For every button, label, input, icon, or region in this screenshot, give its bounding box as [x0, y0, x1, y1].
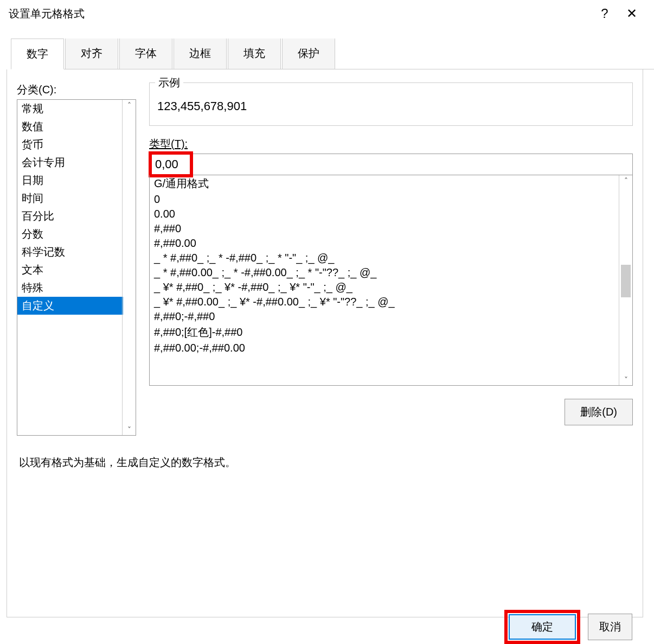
cancel-button[interactable]: 取消	[588, 614, 632, 640]
ok-highlight: 确定	[504, 610, 580, 644]
scroll-down-icon[interactable]: ˅	[624, 375, 628, 384]
tab-fill[interactable]: 填充	[228, 39, 281, 69]
format-item[interactable]: #,##0;[红色]-#,##0	[150, 324, 619, 341]
footer: 确定 取消	[504, 610, 632, 644]
format-listbox[interactable]: G/通用格式00.00#,##0#,##0.00_ * #,##0_ ;_ * …	[149, 175, 633, 386]
category-item[interactable]: 日期	[17, 171, 123, 189]
category-item[interactable]: 会计专用	[17, 154, 123, 171]
scroll-up-icon[interactable]: ˄	[127, 101, 131, 110]
format-item[interactable]: #,##0.00;-#,##0.00	[150, 341, 619, 355]
category-item[interactable]: 时间	[17, 189, 123, 207]
category-item[interactable]: 分数	[17, 225, 123, 243]
delete-button[interactable]: 删除(D)	[565, 399, 633, 425]
category-listbox[interactable]: 常规数值货币会计专用日期时间百分比分数科学记数文本特殊自定义 ˄ ˅	[17, 99, 136, 436]
category-item[interactable]: 数值	[17, 118, 123, 136]
ok-button[interactable]: 确定	[509, 614, 576, 640]
format-item[interactable]: #,##0	[150, 221, 619, 236]
tabs: 数字 对齐 字体 边框 填充 保护	[11, 38, 654, 69]
tab-font[interactable]: 字体	[119, 39, 172, 69]
format-item[interactable]: 0.00	[150, 207, 619, 221]
format-item[interactable]: _ * #,##0.00_ ;_ * -#,##0.00_ ;_ * "-"??…	[150, 265, 619, 280]
description-text: 以现有格式为基础，生成自定义的数字格式。	[19, 455, 631, 470]
format-item[interactable]: _ * #,##0_ ;_ * -#,##0_ ;_ * "-"_ ;_ @_	[150, 251, 619, 265]
type-label: 类型(T):	[149, 137, 633, 151]
titlebar: 设置单元格格式 ? ✕	[0, 0, 654, 27]
help-button[interactable]: ?	[591, 3, 618, 24]
scroll-thumb[interactable]	[621, 265, 631, 297]
category-item[interactable]: 常规	[17, 100, 123, 118]
sample-legend: 示例	[155, 75, 183, 90]
category-item[interactable]: 货币	[17, 136, 123, 154]
category-item[interactable]: 文本	[17, 261, 123, 279]
tab-number[interactable]: 数字	[11, 39, 64, 69]
category-item[interactable]: 科学记数	[17, 243, 123, 261]
category-item[interactable]: 自定义	[17, 297, 123, 315]
format-item[interactable]: _ ¥* #,##0.00_ ;_ ¥* -#,##0.00_ ;_ ¥* "-…	[150, 295, 619, 309]
scroll-up-icon[interactable]: ˄	[624, 176, 628, 185]
type-input[interactable]	[149, 154, 633, 175]
tab-content: 分类(C): 常规数值货币会计专用日期时间百分比分数科学记数文本特殊自定义 ˄ …	[7, 69, 643, 617]
category-item[interactable]: 百分比	[17, 207, 123, 225]
window-title: 设置单元格格式	[9, 7, 591, 21]
format-item[interactable]: _ ¥* #,##0_ ;_ ¥* -#,##0_ ;_ ¥* "-"_ ;_ …	[150, 280, 619, 295]
category-scrollbar[interactable]: ˄ ˅	[122, 100, 136, 435]
close-button[interactable]: ✕	[618, 3, 645, 24]
scroll-down-icon[interactable]: ˅	[127, 425, 131, 434]
format-item[interactable]: 0	[150, 192, 619, 207]
format-item[interactable]: #,##0;-#,##0	[150, 309, 619, 324]
sample-group: 示例 123,455,678,901	[149, 82, 633, 126]
format-scrollbar[interactable]: ˄ ˅	[619, 175, 632, 385]
sample-value: 123,455,678,901	[157, 99, 621, 113]
category-item[interactable]: 特殊	[17, 279, 123, 297]
tab-protect[interactable]: 保护	[282, 39, 335, 69]
category-label: 分类(C):	[17, 82, 136, 97]
tab-border[interactable]: 边框	[174, 39, 227, 69]
format-item[interactable]: G/通用格式	[150, 175, 619, 192]
tab-align[interactable]: 对齐	[65, 39, 118, 69]
format-item[interactable]: #,##0.00	[150, 236, 619, 251]
